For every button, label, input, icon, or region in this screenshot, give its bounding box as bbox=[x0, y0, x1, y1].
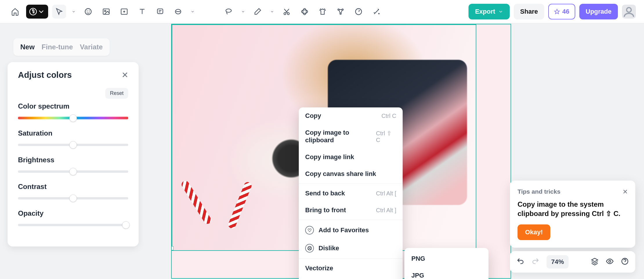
home-icon[interactable] bbox=[8, 5, 22, 19]
shapes-drop[interactable] bbox=[189, 5, 196, 19]
cursor-drop[interactable] bbox=[70, 5, 77, 19]
opacity-label: Opacity bbox=[18, 209, 128, 217]
mesh-icon[interactable] bbox=[298, 5, 312, 19]
adjust-colors-panel: Adjust colors ✕ Reset Color spectrum Sat… bbox=[8, 62, 139, 246]
zoom-level[interactable]: 74% bbox=[547, 255, 569, 269]
ctx-remove-bg[interactable]: Remove background bbox=[299, 277, 403, 279]
svg-point-7 bbox=[226, 9, 231, 12]
sad-icon: ☹ bbox=[305, 244, 314, 253]
heart-icon: ♡ bbox=[305, 226, 314, 235]
context-menu: CopyCtrl C Copy image to clipboardCtrl ⇧… bbox=[299, 107, 403, 279]
avatar[interactable] bbox=[622, 5, 636, 19]
contrast-label: Contrast bbox=[18, 183, 128, 191]
shirt-icon[interactable] bbox=[316, 5, 330, 19]
svg-point-1 bbox=[87, 11, 87, 11]
ctx-favorite[interactable]: ♡Add to Favorites bbox=[299, 221, 403, 239]
reset-button[interactable]: Reset bbox=[105, 88, 128, 99]
tips-close-icon[interactable]: ✕ bbox=[623, 188, 628, 196]
contrast-slider[interactable] bbox=[18, 197, 128, 199]
add-image-icon[interactable] bbox=[117, 5, 131, 19]
eraser-icon[interactable] bbox=[251, 5, 265, 19]
lasso-icon[interactable] bbox=[222, 5, 236, 19]
ctx-copy-link[interactable]: Copy image link bbox=[299, 149, 403, 165]
edit-shape-icon[interactable] bbox=[334, 5, 348, 19]
tips-okay-button[interactable]: Okay! bbox=[518, 224, 550, 240]
lasso-drop[interactable] bbox=[240, 5, 247, 19]
speed-icon[interactable] bbox=[352, 5, 366, 19]
close-icon[interactable]: ✕ bbox=[122, 70, 128, 80]
export-jpg[interactable]: JPG bbox=[404, 267, 489, 279]
svg-point-16 bbox=[379, 13, 379, 14]
visibility-icon[interactable] bbox=[606, 257, 614, 267]
spectrum-label: Color spectrum bbox=[18, 102, 128, 110]
svg-point-10 bbox=[302, 10, 308, 13]
ctx-copy-canvas-link[interactable]: Copy canvas share link bbox=[299, 165, 403, 182]
help-icon[interactable] bbox=[621, 257, 629, 267]
layers-icon[interactable] bbox=[591, 257, 599, 267]
tips-title: Tips and tricks bbox=[518, 188, 560, 196]
export-button[interactable]: Export bbox=[468, 4, 510, 19]
tab-finetune[interactable]: Fine-tune bbox=[41, 43, 73, 51]
shapes-icon[interactable] bbox=[171, 5, 185, 19]
export-submenu: PNG JPG bbox=[404, 248, 489, 279]
bottom-bar: 74% bbox=[510, 251, 635, 273]
tips-card: Tips and tricks ✕ Copy image to the syst… bbox=[510, 181, 635, 248]
tips-body: Copy image to the system clipboard by pr… bbox=[518, 200, 628, 219]
svg-point-17 bbox=[627, 8, 631, 12]
svg-point-18 bbox=[609, 260, 611, 262]
image-icon[interactable] bbox=[99, 5, 113, 19]
redo-icon[interactable] bbox=[531, 257, 540, 267]
export-png[interactable]: PNG bbox=[404, 250, 489, 267]
opacity-slider[interactable] bbox=[18, 224, 128, 226]
undo-icon[interactable] bbox=[516, 257, 524, 267]
spectrum-slider[interactable] bbox=[18, 117, 128, 119]
ctx-vectorize[interactable]: Vectorize bbox=[299, 260, 403, 277]
brightness-slider[interactable] bbox=[18, 170, 128, 173]
saturation-label: Saturation bbox=[18, 129, 128, 137]
brightness-label: Brightness bbox=[18, 156, 128, 164]
note-icon[interactable] bbox=[153, 5, 167, 19]
cursor-tool[interactable] bbox=[52, 5, 66, 19]
panel-title: Adjust colors bbox=[18, 70, 72, 80]
ctx-dislike[interactable]: ☹Dislike bbox=[299, 239, 403, 257]
resize-handle[interactable] bbox=[171, 246, 173, 250]
ctx-bring-front[interactable]: Bring to frontCtrl Alt ] bbox=[299, 202, 403, 219]
svg-point-4 bbox=[104, 10, 106, 12]
magic-icon[interactable] bbox=[370, 5, 383, 19]
svg-point-11 bbox=[303, 8, 306, 15]
svg-point-0 bbox=[85, 8, 91, 15]
ctx-copy[interactable]: CopyCtrl C bbox=[299, 107, 403, 124]
saturation-slider[interactable] bbox=[18, 144, 128, 146]
top-toolbar: Export Share 46 Upgrade bbox=[0, 0, 644, 23]
mode-tabs: New Fine-tune Variate bbox=[13, 38, 110, 56]
logo-button[interactable] bbox=[26, 5, 48, 19]
credits-badge[interactable]: 46 bbox=[548, 4, 575, 19]
cut-icon[interactable] bbox=[280, 5, 294, 19]
face-icon[interactable] bbox=[81, 5, 95, 19]
upgrade-button[interactable]: Upgrade bbox=[579, 4, 618, 19]
eraser-drop[interactable] bbox=[269, 5, 276, 19]
svg-point-2 bbox=[89, 11, 89, 11]
svg-rect-6 bbox=[158, 9, 163, 13]
ctx-copy-clipboard[interactable]: Copy image to clipboardCtrl ⇧ C bbox=[299, 124, 403, 149]
share-button[interactable]: Share bbox=[514, 4, 544, 19]
tab-new[interactable]: New bbox=[20, 43, 35, 51]
ctx-send-back[interactable]: Send to backCtrl Alt [ bbox=[299, 185, 403, 202]
text-tool-icon[interactable] bbox=[135, 5, 149, 19]
tab-variate[interactable]: Variate bbox=[80, 43, 103, 51]
